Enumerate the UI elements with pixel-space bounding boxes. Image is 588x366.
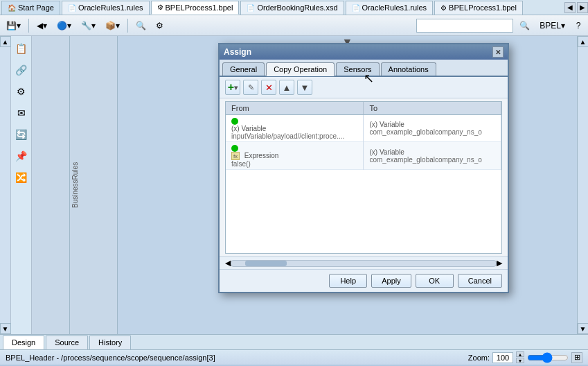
from-type-2: fx Expression — [231, 152, 357, 160]
to-value-1: com_example_globalcompany_ns_o — [369, 128, 495, 136]
debug-button[interactable]: 🔍 — [132, 18, 150, 33]
build-button[interactable]: 📦▾ — [102, 18, 123, 33]
settings-button[interactable]: ⚙ — [152, 18, 167, 33]
icon-7[interactable]: 🔀 — [12, 168, 31, 187]
icon-5[interactable]: 🔄 — [12, 125, 31, 144]
from-value-1: inputVariable/payload//client:proce.... — [231, 132, 357, 140]
status-path: BPEL_Header - /process/sequence/scope/se… — [6, 354, 215, 362]
tab-nav-arrows: ◀ ▶ — [564, 2, 588, 13]
scroll-down[interactable]: ▼ — [0, 323, 11, 334]
bottom-tabs: Design Source History — [0, 334, 588, 349]
h-scroll-left[interactable]: ◀ — [225, 259, 231, 268]
dialog-buttons: Help Apply OK Cancel — [220, 269, 508, 292]
move-up-button[interactable]: ▲ — [279, 80, 294, 95]
zoom-label: Zoom: — [468, 354, 490, 362]
col-to: To — [364, 102, 501, 115]
cancel-button[interactable]: Cancel — [458, 274, 502, 288]
toolbar: 💾▾ ◀▾ 🔵▾ 🔧▾ 📦▾ 🔍 ⚙ 🔍 BPEL▾ ? — [0, 15, 588, 36]
forward-button[interactable]: 🔵▾ — [53, 18, 75, 33]
col-from: From — [226, 102, 364, 115]
zoom-fit-button[interactable]: ⊞ — [571, 352, 582, 363]
zoom-slider[interactable] — [527, 352, 569, 363]
right-scroll: ▲ ▼ — [577, 36, 588, 334]
tab-order-booking[interactable]: 📄 OrderBookingRules.xsd — [240, 1, 344, 15]
zoom-down[interactable]: ▼ — [516, 358, 524, 363]
to-cell-2: (x) Variable com_example_globalcompany_n… — [364, 142, 501, 170]
h-scroll-container: ◀ ▶ — [220, 256, 508, 269]
tab-nav-right[interactable]: ▶ — [577, 2, 588, 13]
tab-bar: 🏠 Start Page 📄 OracleRules1.rules ⚙ BPEL… — [0, 0, 588, 15]
icon-1[interactable]: 📋 — [12, 39, 31, 58]
left-panel: ▲ ▼ 📋 🔗 ⚙ ✉ 🔄 📌 🔀 BusinessRules — [0, 36, 118, 334]
from-type-1: (x) Variable — [231, 125, 357, 132]
dialog-toolbar: + ▾ ✎ ✕ ▲ ▼ — [220, 77, 508, 98]
right-scroll-down[interactable]: ▼ — [578, 323, 589, 334]
tab-design[interactable]: Design — [3, 336, 44, 349]
table-row[interactable]: (x) Variable inputVariable/payload//clie… — [226, 115, 501, 142]
ok-button[interactable]: OK — [416, 274, 454, 288]
dialog-close-button[interactable]: ✕ — [492, 46, 504, 58]
tab-source[interactable]: Source — [46, 336, 88, 349]
help-button[interactable]: Help — [329, 274, 367, 288]
zoom-up[interactable]: ▲ — [516, 351, 524, 357]
run-button[interactable]: 🔧▾ — [78, 18, 99, 33]
edit-copy-button[interactable]: ✎ — [243, 80, 258, 95]
business-rules-label: BusinessRules — [69, 36, 80, 334]
delete-copy-button[interactable]: ✕ — [261, 80, 276, 95]
tab-start-page[interactable]: 🏠 Start Page — [1, 1, 60, 15]
status-bar: BPEL_Header - /process/sequence/scope/se… — [0, 349, 588, 365]
tab-oracle-rules1-2[interactable]: 📄 OracleRules1.rules — [346, 1, 434, 15]
dialog-title: Assign — [224, 47, 251, 57]
business-rules-panel: BusinessRules — [32, 36, 117, 334]
icon-6[interactable]: 📌 — [12, 146, 31, 166]
icon-3[interactable]: ⚙ — [12, 82, 31, 101]
zoom-input[interactable] — [492, 352, 513, 363]
start-icon: 🏠 — [8, 4, 16, 12]
search-input[interactable] — [416, 19, 513, 33]
tab-general[interactable]: General — [222, 62, 265, 76]
right-scroll-up[interactable]: ▲ — [578, 36, 589, 47]
tab-copy-operation[interactable]: Copy Operation — [266, 62, 335, 76]
bpel-menu[interactable]: BPEL▾ — [536, 18, 569, 33]
to-type-2: (x) Variable — [369, 148, 495, 156]
row-indicator-2 — [231, 145, 238, 152]
h-scroll-right[interactable]: ▶ — [497, 259, 502, 268]
rules-icon-2: 📄 — [352, 4, 360, 12]
row-indicator-1 — [231, 118, 238, 125]
scroll-up[interactable]: ▲ — [0, 36, 11, 47]
tab-nav-left[interactable]: ◀ — [564, 2, 576, 13]
tab-annotations[interactable]: Annotations — [381, 62, 436, 76]
rules-icon-1: 📄 — [68, 4, 76, 12]
back-button[interactable]: ◀▾ — [33, 18, 51, 33]
tab-bpel-process1-2[interactable]: ⚙ BPELProcess1.bpel — [434, 1, 523, 15]
tab-sensors[interactable]: Sensors — [336, 62, 379, 76]
h-scroll-track[interactable] — [231, 260, 497, 267]
add-copy-button[interactable]: + ▾ — [225, 80, 240, 95]
apply-button[interactable]: Apply — [371, 274, 411, 288]
tab-bpel-process1[interactable]: ⚙ BPELProcess1.bpel — [151, 1, 240, 15]
tab-oracle-rules1-1[interactable]: 📄 OracleRules1.rules — [62, 1, 150, 15]
main-area: ▲ ▼ 📋 🔗 ⚙ ✉ 🔄 📌 🔀 BusinessRules ▼ ↖ A — [0, 36, 588, 334]
save-button[interactable]: 💾▾ — [3, 18, 24, 33]
assign-dialog: Assign ✕ General Copy Operation Sensors … — [218, 43, 509, 293]
sep-2 — [127, 19, 128, 33]
tab-history[interactable]: History — [89, 336, 131, 349]
dialog-titlebar[interactable]: Assign ✕ — [220, 44, 508, 60]
icon-2[interactable]: 🔗 — [12, 60, 31, 80]
help-button[interactable]: ? — [571, 18, 585, 33]
zoom-control: Zoom: ▲ ▼ ⊞ — [468, 351, 582, 363]
toolbar-right: 🔍 BPEL▾ ? — [416, 18, 585, 33]
copy-table-container: From To (x) Variable inputVariable/paylo — [225, 101, 502, 254]
search-icon-btn[interactable]: 🔍 — [516, 18, 533, 33]
zoom-spinners: ▲ ▼ — [516, 351, 524, 363]
to-value-2: com_example_globalcompany_ns_o — [369, 156, 495, 164]
xsd-icon: 📄 — [247, 4, 255, 12]
from-cell-1: (x) Variable inputVariable/payload//clie… — [226, 115, 364, 142]
icon-4[interactable]: ✉ — [12, 103, 31, 123]
component-icon-col: 📋 🔗 ⚙ ✉ 🔄 📌 🔀 — [11, 36, 32, 334]
table-row[interactable]: fx Expression false() (x) Variable com_e… — [226, 142, 501, 170]
move-down-button[interactable]: ▼ — [297, 80, 312, 95]
h-scroll-thumb — [245, 261, 287, 266]
content-area: ▼ ↖ Assign ✕ General Copy Operation Sens… — [118, 36, 577, 334]
from-value-2: false() — [231, 160, 357, 168]
